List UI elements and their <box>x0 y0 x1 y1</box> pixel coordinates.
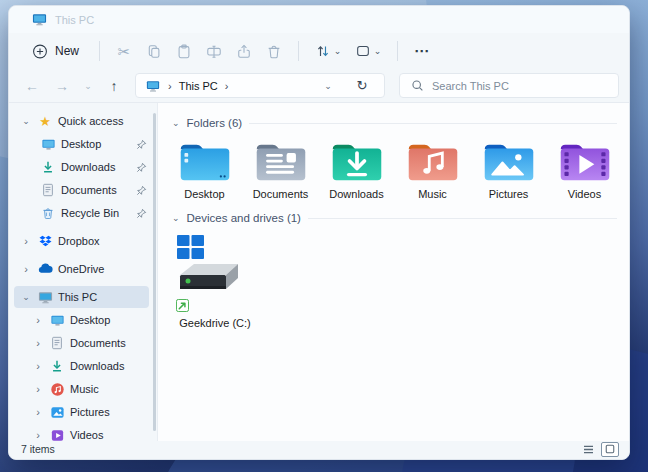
folder-label: Pictures <box>489 188 529 200</box>
drive-tile-geekdrive-c[interactable]: Geekdrive (C:) <box>172 234 258 329</box>
devices-section-label: Devices and drives (1) <box>187 212 301 224</box>
sidebar-item-label: Recycle Bin <box>61 207 119 219</box>
sidebar-scrollbar[interactable] <box>153 113 156 431</box>
sidebar-item-label: Downloads <box>61 161 115 173</box>
sidebar-item-dropbox[interactable]: › Dropbox <box>14 230 149 252</box>
breadcrumb-separator[interactable]: › <box>225 80 229 92</box>
details-view-button[interactable] <box>579 442 597 457</box>
rename-button[interactable] <box>199 37 229 65</box>
pin-icon[interactable] <box>136 139 147 150</box>
this-pc-monitor-icon <box>145 78 161 94</box>
trash-icon <box>266 43 282 59</box>
this-pc-monitor-icon <box>31 12 47 28</box>
sidebar-item-desktop-pinned[interactable]: Desktop <box>14 133 149 155</box>
pin-icon[interactable] <box>136 208 147 219</box>
recycle-bin-icon <box>40 205 56 221</box>
rename-icon <box>206 43 222 59</box>
sidebar-item-downloads-pinned[interactable]: Downloads <box>14 156 149 178</box>
sidebar-item-label: Documents <box>70 337 126 349</box>
recent-locations-button[interactable]: ⌄ <box>79 81 97 91</box>
view-layout-icon <box>355 43 371 59</box>
chevron-right-icon[interactable]: › <box>20 235 32 247</box>
view-button[interactable]: ⌄ <box>348 37 388 65</box>
desktop-wallpaper: This PC New ✂ <box>0 0 648 472</box>
section-divider-line <box>249 123 617 124</box>
file-explorer-window: This PC New ✂ <box>8 5 630 460</box>
new-button[interactable]: New <box>21 38 90 64</box>
sidebar-item-pc-documents[interactable]: › Documents <box>14 332 149 354</box>
toolbar-divider <box>99 41 100 61</box>
sidebar-item-pc-music[interactable]: › Music <box>14 378 149 400</box>
desktop-icon <box>40 136 56 152</box>
folder-tile-music[interactable]: Music <box>400 139 465 200</box>
chevron-right-icon[interactable]: › <box>32 337 44 349</box>
folder-label: Videos <box>568 188 601 200</box>
chevron-down-icon[interactable]: ⌄ <box>20 292 32 302</box>
search-box[interactable] <box>399 73 619 98</box>
sidebar-item-onedrive[interactable]: › OneDrive <box>14 258 149 280</box>
chevron-right-icon[interactable]: › <box>32 360 44 372</box>
plus-circle-icon <box>32 43 48 59</box>
folder-tile-pictures[interactable]: Pictures <box>476 139 541 200</box>
paste-button[interactable] <box>169 37 199 65</box>
back-button[interactable]: ← <box>19 79 45 93</box>
icons-view-button[interactable] <box>601 442 619 457</box>
delete-button[interactable] <box>259 37 289 65</box>
chevron-right-icon[interactable]: › <box>32 406 44 418</box>
forward-button[interactable]: → <box>49 79 75 93</box>
navigation-pane: ⌄ ★ Quick access Desktop <box>9 103 157 441</box>
pin-icon[interactable] <box>136 162 147 173</box>
folder-tile-desktop[interactable]: Desktop <box>172 139 237 200</box>
devices-section-header[interactable]: ⌄ Devices and drives (1) <box>172 212 617 224</box>
sidebar-item-label: Music <box>70 383 99 395</box>
copy-button[interactable] <box>139 37 169 65</box>
sidebar-item-label: Dropbox <box>58 235 100 247</box>
star-icon: ★ <box>37 113 53 129</box>
sidebar-item-recycle-bin-pinned[interactable]: Recycle Bin <box>14 202 149 224</box>
content-pane: ⌄ Folders (6) Deskto <box>157 103 629 441</box>
sort-button[interactable]: ⌄ <box>308 37 348 65</box>
cut-button[interactable]: ✂ <box>109 37 139 65</box>
chevron-down-icon[interactable]: ⌄ <box>172 213 180 223</box>
drive-label: Geekdrive (C:) <box>172 317 258 329</box>
sidebar-item-this-pc[interactable]: ⌄ This PC <box>14 286 149 308</box>
folder-tile-videos[interactable]: Videos <box>552 139 617 200</box>
folder-tile-documents[interactable]: Documents <box>248 139 313 200</box>
pin-icon[interactable] <box>136 185 147 196</box>
chevron-right-icon[interactable]: › <box>32 314 44 326</box>
share-button[interactable] <box>229 37 259 65</box>
sidebar-item-pc-videos[interactable]: › Videos <box>14 424 149 446</box>
pictures-folder-icon <box>481 139 537 184</box>
chevron-right-icon[interactable]: › <box>20 263 32 275</box>
refresh-button[interactable]: ↻ <box>349 79 375 92</box>
chevron-right-icon[interactable]: › <box>32 383 44 395</box>
search-input[interactable] <box>432 80 609 92</box>
chevron-down-icon[interactable]: ⌄ <box>20 116 32 126</box>
sidebar-item-pc-pictures[interactable]: › Pictures <box>14 401 149 423</box>
titlebar[interactable]: This PC <box>9 6 629 33</box>
address-dropdown-chevron[interactable]: ⌄ <box>319 81 337 91</box>
sidebar-item-pc-downloads[interactable]: › Downloads <box>14 355 149 377</box>
sidebar-item-documents-pinned[interactable]: Documents <box>14 179 149 201</box>
sidebar-item-pc-desktop[interactable]: › Desktop <box>14 309 149 331</box>
folders-grid: Desktop Documents <box>172 139 617 200</box>
see-more-button[interactable]: ⋯ <box>407 37 437 65</box>
chevron-right-icon[interactable]: › <box>32 429 44 441</box>
document-icon <box>49 335 65 351</box>
download-icon <box>40 159 56 175</box>
folders-section-header[interactable]: ⌄ Folders (6) <box>172 117 617 129</box>
downloads-folder-icon <box>329 139 385 184</box>
this-pc-monitor-icon <box>37 289 53 305</box>
paste-icon <box>176 43 192 59</box>
chevron-down-icon[interactable]: ⌄ <box>172 118 180 128</box>
videos-folder-icon <box>557 139 613 184</box>
sidebar-item-label: Videos <box>70 429 103 441</box>
sidebar-item-label: This PC <box>58 291 97 303</box>
folder-tile-downloads[interactable]: Downloads <box>324 139 389 200</box>
address-bar[interactable]: › This PC › ⌄ ↻ <box>135 73 385 98</box>
sidebar-item-quick-access[interactable]: ⌄ ★ Quick access <box>14 110 149 132</box>
section-divider-line <box>308 218 617 219</box>
up-button[interactable]: ↑ <box>101 79 127 93</box>
breadcrumb-this-pc[interactable]: This PC <box>179 80 218 92</box>
ellipsis-icon: ⋯ <box>414 42 430 60</box>
